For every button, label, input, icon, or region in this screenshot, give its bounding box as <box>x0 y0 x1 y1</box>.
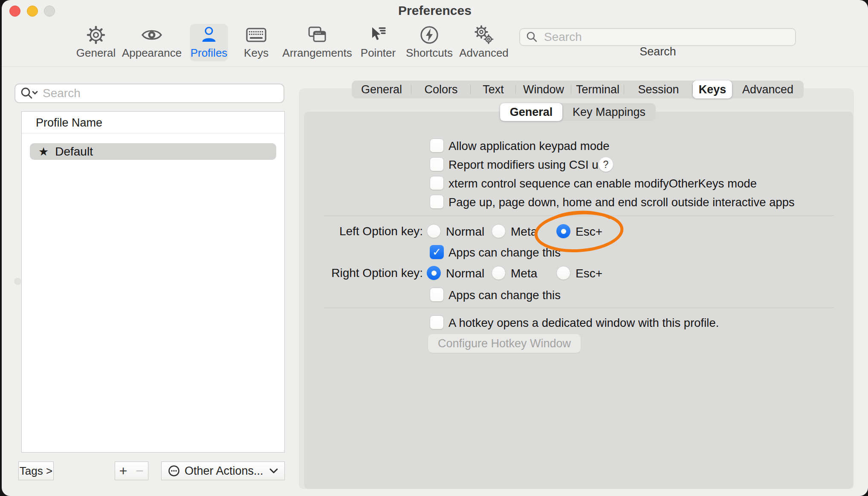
search-icon <box>525 30 539 44</box>
radio-label: Meta <box>511 225 537 239</box>
eye-icon <box>141 24 162 46</box>
toolbar-item-profiles[interactable]: Profiles <box>190 24 228 61</box>
radio-left-meta[interactable] <box>492 224 506 238</box>
section-divider <box>324 216 834 216</box>
checkbox-label: Page up, page down, home and end scroll … <box>448 196 795 209</box>
profile-search-input[interactable] <box>42 86 279 101</box>
profile-search-field[interactable] <box>14 84 284 103</box>
subtab-key-mappings[interactable]: Key Mappings <box>562 103 656 121</box>
other-actions-dropdown[interactable]: Other Actions... <box>161 461 285 480</box>
toolbar-item-shortcuts[interactable]: Shortcuts <box>404 24 455 61</box>
preferences-window: Preferences General Appearance <box>2 0 868 496</box>
radio-label: Normal <box>446 225 484 239</box>
window-title: Preferences <box>2 3 868 18</box>
radio-right-meta[interactable] <box>492 266 506 280</box>
checkbox-hotkey-window[interactable] <box>430 315 444 329</box>
checkbox-modifyotherkeys[interactable] <box>430 176 444 190</box>
splitter-handle[interactable] <box>14 278 21 285</box>
keys-subtab-bar: General Key Mappings <box>500 103 656 121</box>
toolbar-label: Profiles <box>191 46 228 60</box>
section-divider <box>324 308 834 308</box>
toolbar-divider <box>2 66 868 67</box>
tab-general[interactable]: General <box>352 81 411 98</box>
tab-window[interactable]: Window <box>516 81 571 98</box>
tab-session[interactable]: Session <box>624 81 693 98</box>
radio-right-normal[interactable] <box>427 266 441 280</box>
divider <box>22 133 284 133</box>
profile-tab-bar: General Colors Text Window Terminal Sess… <box>352 81 804 98</box>
toolbar-label: Appearance <box>122 46 182 60</box>
tab-text[interactable]: Text <box>471 81 516 98</box>
tab-colors[interactable]: Colors <box>411 81 471 98</box>
add-profile-button[interactable]: + <box>115 461 132 480</box>
toolbar-search-input[interactable] <box>543 30 790 44</box>
configure-hotkey-button: Configure Hotkey Window <box>428 334 581 353</box>
toolbar-item-advanced[interactable]: Advanced <box>458 24 509 61</box>
ellipsis-circle-icon <box>168 464 180 477</box>
toolbar-label: Shortcuts <box>406 46 453 60</box>
left-option-label: Left Option key: <box>300 225 423 238</box>
tab-keys[interactable]: Keys <box>693 81 732 98</box>
profile-row-default[interactable]: ★ Default <box>30 143 276 160</box>
remove-profile-button[interactable]: − <box>131 461 148 480</box>
radio-label: Esc+ <box>576 225 602 239</box>
tags-button[interactable]: Tags > <box>18 461 54 480</box>
cursor-icon <box>368 24 388 46</box>
checkbox-page-scroll[interactable] <box>430 195 444 209</box>
checkbox-label: Allow application keypad mode <box>448 139 610 153</box>
toolbar-item-keys[interactable]: Keys <box>241 24 271 61</box>
person-icon <box>199 24 219 46</box>
checkbox-label: A hotkey opens a dedicated window with t… <box>448 316 719 330</box>
checkbox-label: Apps can change this <box>448 288 561 302</box>
checkbox-label: xterm control sequence can enable modify… <box>448 177 757 190</box>
toolbar-item-general[interactable]: General <box>75 24 117 61</box>
other-actions-label: Other Actions... <box>185 464 269 478</box>
toolbar-search-field[interactable] <box>519 28 796 46</box>
gears-icon <box>473 24 495 46</box>
toolbar-item-pointer[interactable]: Pointer <box>357 24 399 61</box>
checkbox-csi-u[interactable] <box>430 157 444 171</box>
checkbox-apps-change-right[interactable] <box>430 288 444 302</box>
search-menu-icon <box>20 86 38 101</box>
profile-list-header: Profile Name <box>36 116 102 130</box>
toolbar-label: Pointer <box>361 46 396 60</box>
radio-label: Normal <box>446 267 484 280</box>
bolt-icon <box>419 24 440 46</box>
toolbar-item-appearance[interactable]: Appearance <box>122 24 182 61</box>
toolbar-label: Keys <box>244 46 269 60</box>
toolbar-item-arrangements[interactable]: Arrangements <box>283 24 351 61</box>
right-option-label: Right Option key: <box>300 266 423 280</box>
toolbar-search-label: Search <box>615 45 700 58</box>
windows-icon <box>307 24 328 46</box>
tab-advanced[interactable]: Advanced <box>732 81 804 98</box>
radio-left-normal[interactable] <box>427 224 441 238</box>
toolbar-label: General <box>76 46 116 60</box>
help-button[interactable]: ? <box>599 157 613 172</box>
radio-right-esc[interactable] <box>556 266 570 280</box>
checkbox-apps-change-left[interactable] <box>430 245 444 259</box>
chevron-down-icon <box>269 467 278 474</box>
profile-name: Default <box>55 145 93 159</box>
tab-terminal[interactable]: Terminal <box>571 81 624 98</box>
radio-label: Esc+ <box>576 267 602 280</box>
checkbox-label: Report modifiers using CSI u <box>448 158 599 172</box>
star-icon: ★ <box>38 145 49 159</box>
toolbar-label: Advanced <box>459 46 509 60</box>
gear-icon <box>86 24 106 46</box>
radio-left-esc[interactable] <box>556 224 570 238</box>
toolbar-label: Arrangements <box>282 46 352 60</box>
checkbox-label: Apps can change this <box>448 246 561 260</box>
radio-label: Meta <box>511 267 537 280</box>
checkbox-keypad-mode[interactable] <box>430 138 444 153</box>
profile-list-panel <box>21 111 285 453</box>
subtab-general[interactable]: General <box>500 103 562 121</box>
keyboard-icon <box>246 24 267 46</box>
